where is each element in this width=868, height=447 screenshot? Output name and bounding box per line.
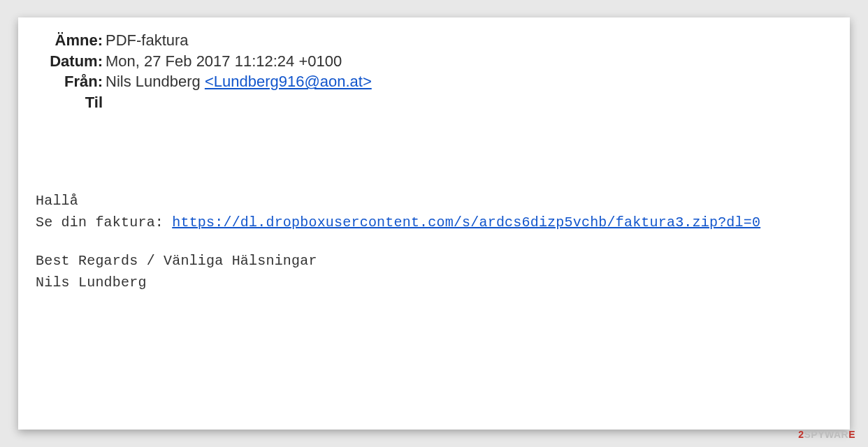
body-spacer xyxy=(36,233,832,250)
from-name: Nils Lundberg xyxy=(106,73,205,90)
to-label: Til xyxy=(32,92,106,113)
body-signature: Nils Lundberg xyxy=(36,272,832,293)
subject-value: PDF-faktura xyxy=(106,30,189,51)
date-value: Mon, 27 Feb 2017 11:12:24 +0100 xyxy=(106,51,342,72)
date-row: Datum: Mon, 27 Feb 2017 11:12:24 +0100 xyxy=(32,51,836,72)
body-regards: Best Regards / Vänliga Hälsningar xyxy=(36,250,832,272)
from-email-link[interactable]: <Lundberg916@aon.at> xyxy=(205,73,372,90)
subject-row: Ämne: PDF-faktura xyxy=(32,30,836,51)
from-row: Från: Nils Lundberg <Lundberg916@aon.at> xyxy=(32,71,836,92)
subject-label: Ämne: xyxy=(32,30,106,51)
email-window: Ämne: PDF-faktura Datum: Mon, 27 Feb 201… xyxy=(18,17,850,430)
email-body: Hallå Se din faktura: https://dl.dropbox… xyxy=(18,113,850,293)
email-header: Ämne: PDF-faktura Datum: Mon, 27 Feb 201… xyxy=(18,17,850,113)
from-label: Från: xyxy=(32,71,106,92)
body-invoice-line: Se din faktura: https://dl.dropboxuserco… xyxy=(36,212,832,233)
invoice-prefix: Se din faktura: xyxy=(36,214,172,230)
watermark-text1: SPYWAR xyxy=(804,429,848,440)
to-row: Til xyxy=(32,92,836,113)
watermark: 2SPYWARE xyxy=(798,429,855,440)
body-greeting: Hallå xyxy=(36,190,832,212)
watermark-text2: E xyxy=(848,429,855,440)
from-value: Nils Lundberg <Lundberg916@aon.at> xyxy=(106,71,372,92)
invoice-link[interactable]: https://dl.dropboxusercontent.com/s/ardc… xyxy=(172,214,760,230)
date-label: Datum: xyxy=(32,51,106,72)
